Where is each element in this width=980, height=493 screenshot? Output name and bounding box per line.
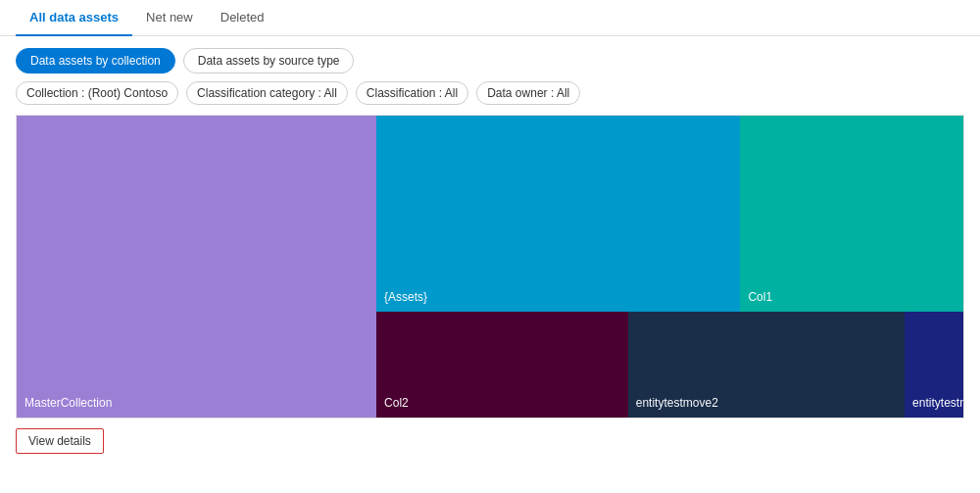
treemap-label-master: MasterCollection	[24, 396, 112, 410]
treemap-bottom-right: Col2 entitytestmove2 entitytestmov...	[376, 312, 963, 418]
treemap-block-col1[interactable]: Col1	[740, 116, 963, 312]
treemap-block-entity2[interactable]: entitytestmove2	[628, 312, 905, 418]
view-details-button[interactable]: View details	[16, 428, 104, 454]
treemap-label-col1: Col1	[748, 290, 772, 304]
treemap-label-entitymov: entitytestmov...	[912, 396, 964, 410]
filter-classification[interactable]: Classification : All	[356, 81, 468, 105]
filter-classification-category[interactable]: Classification category : All	[186, 81, 348, 105]
toggle-by-source-type[interactable]: Data assets by source type	[183, 48, 355, 74]
filter-data-owner[interactable]: Data owner : All	[476, 81, 580, 105]
tab-all-data-assets[interactable]: All data assets	[16, 0, 132, 36]
treemap-label-col2: Col2	[384, 396, 409, 410]
tab-net-new[interactable]: Net new	[132, 0, 207, 36]
view-details-row: View details	[0, 419, 980, 464]
toggle-row: Data assets by collection Data assets by…	[0, 36, 980, 81]
toggle-by-collection[interactable]: Data assets by collection	[16, 48, 175, 74]
treemap-right: {Assets} Col1 Col2 entitytestmove2 entit…	[376, 116, 963, 418]
treemap: MasterCollection {Assets} Col1 Col2 enti…	[16, 115, 964, 419]
treemap-block-master[interactable]: MasterCollection	[17, 116, 376, 418]
treemap-block-assets[interactable]: {Assets}	[376, 116, 740, 312]
treemap-block-entitymov[interactable]: entitytestmov...	[905, 312, 963, 418]
tab-deleted[interactable]: Deleted	[207, 0, 278, 36]
filter-collection[interactable]: Collection : (Root) Contoso	[16, 81, 178, 105]
treemap-label-entity2: entitytestmove2	[636, 396, 718, 410]
filter-row: Collection : (Root) Contoso Classificati…	[0, 81, 980, 115]
treemap-block-col2[interactable]: Col2	[376, 312, 628, 418]
treemap-label-assets: {Assets}	[384, 290, 427, 304]
treemap-top-right: {Assets} Col1	[376, 116, 963, 312]
top-tabs: All data assets Net new Deleted	[0, 0, 980, 36]
